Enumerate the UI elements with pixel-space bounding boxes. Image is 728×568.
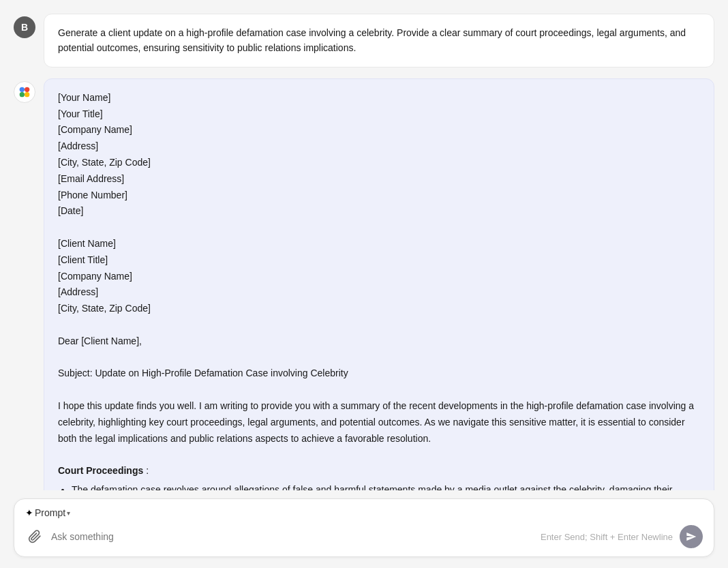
sender-title: [Your Title]	[58, 106, 700, 123]
sparkle-icon: ✦	[25, 507, 33, 518]
court-proceedings-colon: :	[143, 465, 149, 476]
sender-phone: [Phone Number]	[58, 188, 700, 204]
user-avatar: B	[14, 16, 35, 38]
intro-paragraph: I hope this update finds you well. I am …	[58, 398, 700, 447]
ai-avatar	[14, 81, 35, 103]
input-container: ✦ Prompt ▾ Enter Send; Shift + Enter New…	[14, 498, 714, 557]
keyboard-hint-text: Enter Send; Shift + Enter Newline	[541, 532, 673, 542]
svg-point-1	[25, 87, 29, 91]
user-message-row: B Generate a client update on a high-pro…	[14, 14, 714, 68]
sender-date: [Date]	[58, 203, 700, 220]
send-button[interactable]	[680, 525, 703, 548]
ai-logo-icon	[17, 85, 32, 100]
chevron-down-icon: ▾	[67, 509, 70, 517]
court-proceedings-header-line: Court Proceedings :	[58, 463, 700, 479]
sender-address: [Address]	[58, 138, 700, 155]
attach-button[interactable]	[25, 527, 44, 546]
user-message-bubble: Generate a client update on a high-profi…	[44, 14, 714, 68]
prompt-label: Prompt	[35, 507, 65, 518]
input-top-row: ✦ Prompt ▾	[25, 507, 703, 518]
sender-city: [City, State, Zip Code]	[58, 155, 700, 171]
ask-input[interactable]	[51, 531, 534, 542]
bullet-list: The defamation case revolves around alle…	[72, 482, 700, 490]
user-avatar-label: B	[21, 22, 28, 33]
client-city: [City, State, Zip Code]	[58, 301, 700, 317]
subject-line: Subject: Update on High-Profile Defamati…	[58, 365, 700, 382]
bullet-item-1: The defamation case revolves around alle…	[72, 482, 700, 490]
paperclip-icon	[28, 530, 42, 543]
greeting: Dear [Client Name],	[58, 333, 700, 350]
ai-message-bubble: [Your Name] [Your Title] [Company Name] …	[44, 78, 714, 490]
client-name: [Client Name]	[58, 236, 700, 252]
svg-point-0	[20, 87, 25, 91]
sender-name: [Your Name]	[58, 90, 700, 106]
svg-point-3	[25, 92, 29, 97]
letter-content: [Your Name] [Your Title] [Company Name] …	[58, 90, 700, 490]
bottom-bar: ✦ Prompt ▾ Enter Send; Shift + Enter New…	[0, 490, 728, 568]
client-address: [Address]	[58, 284, 700, 301]
user-message-text: Generate a client update on a high-profi…	[58, 27, 686, 53]
send-icon	[686, 531, 697, 542]
court-proceedings-header: Court Proceedings	[58, 465, 143, 476]
ai-message-row: [Your Name] [Your Title] [Company Name] …	[14, 78, 714, 490]
sender-company: [Company Name]	[58, 122, 700, 138]
client-company: [Company Name]	[58, 269, 700, 285]
client-title: [Client Title]	[58, 252, 700, 269]
svg-point-2	[20, 92, 25, 97]
prompt-dropdown[interactable]: ✦ Prompt ▾	[25, 507, 70, 518]
chat-container: B Generate a client update on a high-pro…	[0, 0, 728, 490]
sender-email: [Email Address]	[58, 171, 700, 188]
input-bottom-row: Enter Send; Shift + Enter Newline	[25, 525, 703, 548]
